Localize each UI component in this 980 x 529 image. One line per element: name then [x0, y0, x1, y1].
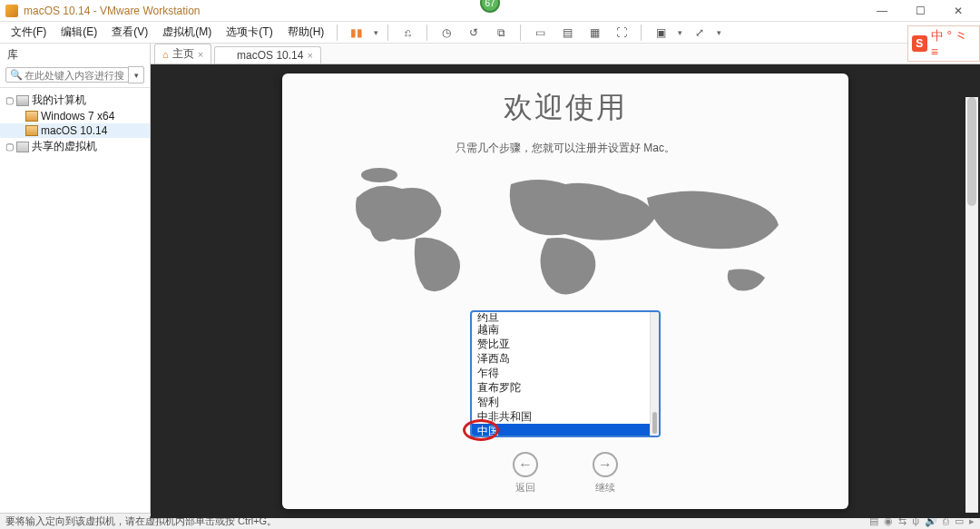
toolbar-separator — [641, 24, 642, 41]
continue-button[interactable]: → 继续 — [593, 452, 618, 495]
library-tree: ▢ 我的计算机 Windows 7 x64 macOS 10.14 ▢ 共享的虚… — [0, 88, 150, 159]
menu-help[interactable]: 帮助(H) — [282, 23, 330, 42]
arrow-right-icon: → — [593, 452, 618, 477]
sogou-logo-icon: S — [912, 35, 927, 52]
country-item[interactable]: 泽西岛 — [472, 351, 650, 366]
autofit-icon[interactable]: ▣ — [649, 24, 672, 42]
country-item[interactable]: 约旦 — [472, 313, 650, 322]
country-item[interactable]: 智利 — [472, 395, 650, 409]
tree-my-computer[interactable]: ▢ 我的计算机 — [0, 92, 150, 109]
country-listbox[interactable]: 约旦越南赞比亚泽西岛乍得直布罗陀智利中非共和国中国 — [470, 310, 661, 437]
menu-view[interactable]: 查看(V) — [106, 23, 153, 42]
tab-label: 主页 — [172, 46, 194, 62]
toolbar-separator — [426, 24, 427, 41]
macos-setup-window: 欢迎使用 只需几个步骤，您就可以注册并设置好 Mac。 — [282, 73, 848, 509]
tabs-row: ⌂ 主页 × macOS 10.14 × — [151, 44, 980, 64]
tree-vm-macos[interactable]: macOS 10.14 — [0, 123, 150, 138]
collapse-icon[interactable]: ▢ — [5, 95, 16, 105]
country-item[interactable]: 乍得 — [472, 366, 650, 380]
manage-snapshot-icon[interactable]: ⧉ — [489, 24, 513, 42]
tree-label: 共享的虚拟机 — [32, 139, 97, 154]
country-item[interactable]: 直布罗陀 — [472, 380, 650, 395]
notification-badge[interactable]: 67 — [480, 0, 500, 13]
computer-icon — [16, 95, 29, 106]
home-icon: ⌂ — [162, 49, 169, 60]
library-sidebar: 库 🔍 ▾ ▢ 我的计算机 Windows 7 x64 macOS 10.14 — [0, 44, 151, 513]
tree-shared-vms[interactable]: ▢ 共享的虚拟机 — [0, 138, 150, 155]
search-input-wrap[interactable]: 🔍 — [5, 67, 129, 83]
country-item[interactable]: 赞比亚 — [472, 337, 650, 351]
menu-vm[interactable]: 虚拟机(M) — [157, 23, 217, 42]
tab-home[interactable]: ⌂ 主页 × — [154, 44, 211, 64]
main-area: ⌂ 主页 × macOS 10.14 × 欢迎使用 只需几个步骤，您就可以注册并… — [151, 44, 980, 513]
minimize-button[interactable]: — — [864, 2, 900, 20]
continue-label: 继续 — [595, 481, 615, 495]
toolbar-separator — [520, 24, 521, 41]
pause-dropdown-icon[interactable]: ▾ — [372, 28, 380, 37]
world-map-svg — [329, 162, 801, 316]
back-label: 返回 — [515, 481, 535, 495]
tab-macos[interactable]: macOS 10.14 × — [214, 46, 321, 64]
maximize-button[interactable]: ☐ — [902, 2, 938, 20]
menu-edit[interactable]: 编辑(E) — [55, 23, 103, 42]
window-title: macOS 10.14 - VMware Workstation — [24, 5, 201, 17]
pause-icon[interactable]: ▮▮ — [345, 24, 368, 42]
vm-viewport[interactable]: 欢迎使用 只需几个步骤，您就可以注册并设置好 Mac。 — [151, 64, 980, 518]
snapshot-icon[interactable]: ◷ — [435, 24, 458, 42]
ime-status-text: 中 ° ⺀ ≡ — [931, 28, 975, 59]
ime-toolbar[interactable]: S 中 ° ⺀ ≡ — [907, 25, 980, 62]
scrollbar-thumb[interactable] — [967, 97, 976, 206]
toolbar-separator — [337, 24, 338, 41]
viewport-scrollbar[interactable] — [965, 97, 978, 513]
back-button[interactable]: ← 返回 — [513, 452, 538, 495]
country-item[interactable]: 中非共和国 — [472, 409, 650, 424]
country-item[interactable]: 中国 — [472, 424, 650, 436]
tree-label: Windows 7 x64 — [41, 110, 114, 122]
menu-tabs[interactable]: 选项卡(T) — [220, 23, 278, 42]
thumbnail-icon[interactable]: ▦ — [583, 24, 606, 42]
vm-icon — [222, 50, 233, 61]
tab-label: macOS 10.14 — [237, 49, 303, 62]
autofit-dropdown-icon[interactable]: ▾ — [676, 28, 684, 37]
stretch-icon[interactable]: ⤢ — [688, 24, 711, 42]
arrow-left-icon: ← — [513, 452, 538, 477]
expand-icon[interactable]: ▢ — [5, 142, 16, 152]
svg-point-0 — [361, 168, 397, 182]
world-map[interactable] — [329, 162, 801, 316]
vm-icon — [25, 125, 38, 136]
close-tab-icon[interactable]: × — [307, 50, 312, 61]
revert-icon[interactable]: ↺ — [462, 24, 485, 42]
tree-vm-windows7[interactable]: Windows 7 x64 — [0, 109, 150, 123]
library-header: 库 — [0, 44, 150, 64]
list-scrollbar[interactable] — [650, 312, 659, 436]
menu-file[interactable]: 文件(F) — [5, 23, 52, 42]
folder-icon — [16, 142, 29, 152]
unity-icon[interactable]: ▤ — [555, 24, 579, 42]
tree-label: macOS 10.14 — [41, 124, 107, 137]
send-ctrl-alt-del-icon[interactable]: ⎌ — [396, 24, 419, 42]
close-button[interactable]: ✕ — [940, 2, 976, 20]
console-view-icon[interactable]: ▭ — [528, 24, 552, 42]
scrollbar-thumb[interactable] — [652, 412, 657, 434]
stretch-dropdown-icon[interactable]: ▾ — [715, 28, 723, 37]
vmware-app-icon — [5, 5, 18, 17]
welcome-title: 欢迎使用 — [504, 88, 627, 128]
toolbar-separator — [387, 24, 388, 41]
tree-label: 我的计算机 — [32, 93, 86, 108]
window-titlebar: macOS 10.14 - VMware Workstation 67 — ☐ … — [0, 0, 980, 22]
menubar: 文件(F) 编辑(E) 查看(V) 虚拟机(M) 选项卡(T) 帮助(H) ▮▮… — [0, 22, 980, 44]
vm-icon — [25, 111, 38, 122]
welcome-subtitle: 只需几个步骤，您就可以注册并设置好 Mac。 — [456, 141, 675, 156]
search-dropdown-icon[interactable]: ▾ — [128, 66, 144, 83]
close-tab-icon[interactable]: × — [198, 49, 203, 60]
country-item[interactable]: 越南 — [472, 322, 650, 337]
fullscreen-icon[interactable]: ⛶ — [610, 24, 633, 42]
library-search-input[interactable] — [24, 70, 124, 81]
search-icon: 🔍 — [10, 69, 23, 81]
